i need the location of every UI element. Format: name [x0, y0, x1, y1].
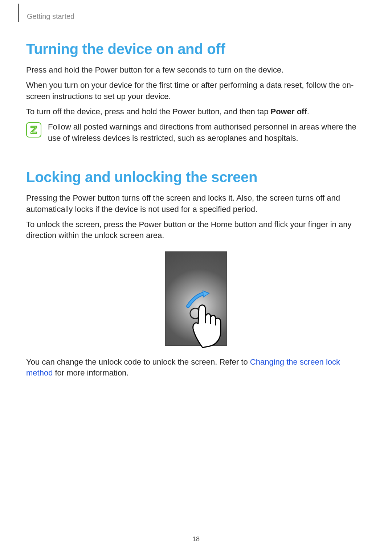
note-block: Follow all posted warnings and direction… — [26, 122, 366, 144]
note-icon — [26, 122, 41, 138]
hand-swipe-icon — [184, 288, 239, 350]
bold-text: Power off — [271, 107, 307, 116]
device-screen — [165, 251, 227, 346]
body-text: When you turn on your device for the fir… — [26, 80, 366, 102]
heading-turning-on-off: Turning the device on and off — [26, 41, 366, 57]
heading-locking-unlocking: Locking and unlocking the screen — [26, 169, 366, 185]
body-text: To unlock the screen, press the Power bu… — [26, 219, 366, 241]
text-fragment: . — [307, 107, 309, 116]
note-text: Follow all posted warnings and direction… — [48, 122, 366, 144]
body-text: You can change the unlock code to unlock… — [26, 357, 366, 379]
body-text: To turn off the device, press and hold t… — [26, 106, 366, 117]
text-fragment: To turn off the device, press and hold t… — [26, 107, 271, 116]
manual-page: Getting started Turning the device on an… — [0, 0, 392, 554]
header-rule — [18, 4, 19, 22]
text-fragment: for more information. — [53, 368, 128, 377]
section-label: Getting started — [27, 12, 366, 21]
body-text: Pressing the Power button turns off the … — [26, 193, 366, 215]
figure-unlock-gesture — [26, 251, 366, 346]
text-fragment: You can change the unlock code to unlock… — [26, 357, 250, 366]
page-number: 18 — [0, 535, 392, 543]
body-text: Press and hold the Power button for a fe… — [26, 65, 366, 75]
